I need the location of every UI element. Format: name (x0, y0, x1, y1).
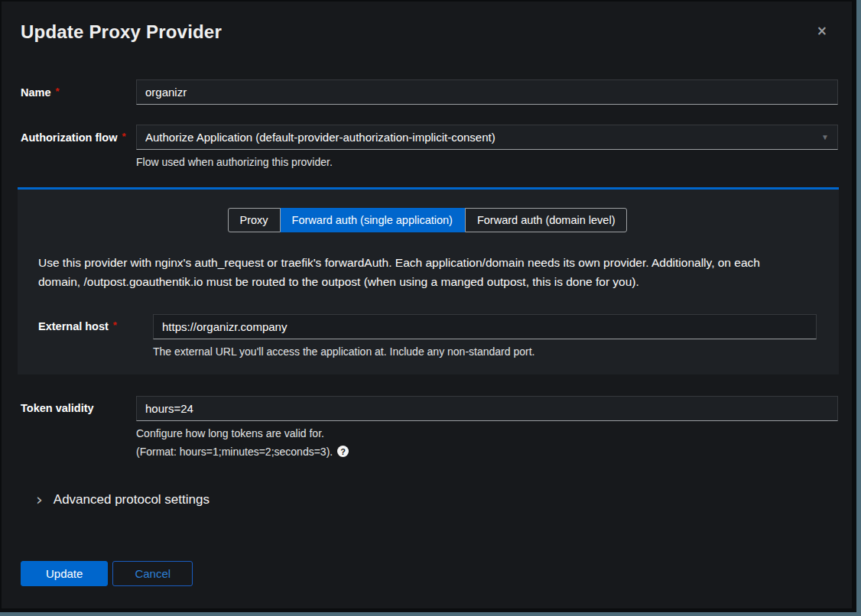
required-asterisk: * (113, 319, 117, 331)
authorization-flow-select[interactable]: Authorize Application (default-provider-… (136, 125, 838, 150)
modal-footer: Update Cancel (21, 561, 838, 586)
name-input[interactable] (136, 79, 838, 105)
name-label: Name* (21, 86, 136, 99)
external-host-input[interactable] (153, 314, 817, 339)
token-validity-help-2: (Format: hours=1;minutes=2;seconds=3). ? (2, 446, 852, 458)
authorization-flow-label: Authorization flow* (21, 131, 136, 144)
required-asterisk: * (56, 86, 60, 97)
authorization-flow-label-text: Authorization flow (21, 131, 117, 144)
external-host-help: The external URL you'll access the appli… (38, 345, 817, 358)
close-icon[interactable]: × (814, 23, 830, 39)
authorization-flow-help: Flow used when authorizing this provider… (2, 156, 852, 168)
mode-description: Use this provider with nginx's auth_requ… (38, 254, 795, 292)
external-host-label-text: External host (38, 320, 109, 332)
caret-down-icon: ▼ (821, 133, 829, 141)
modal-header: Update Proxy Provider × (2, 2, 852, 43)
tab-proxy[interactable]: Proxy (228, 208, 281, 232)
tab-forward-auth-domain[interactable]: Forward auth (domain level) (465, 208, 628, 232)
required-asterisk: * (122, 131, 125, 142)
external-host-row: External host* (38, 314, 817, 339)
tab-forward-auth-single[interactable]: Forward auth (single application) (281, 208, 465, 232)
external-host-label: External host* (38, 320, 153, 332)
cancel-button[interactable]: Cancel (112, 561, 193, 586)
token-validity-format-text: (Format: hours=1;minutes=2;seconds=3). (136, 446, 333, 458)
update-proxy-provider-modal: Update Proxy Provider × Name* Authorizat… (2, 2, 852, 608)
name-label-text: Name (21, 86, 51, 99)
authorization-flow-selected-value: Authorize Application (default-provider-… (145, 131, 495, 144)
chevron-right-icon[interactable]: › (36, 491, 43, 508)
modal-title: Update Proxy Provider (21, 21, 832, 43)
update-button[interactable]: Update (21, 561, 108, 586)
advanced-protocol-settings-toggle[interactable]: › Advanced protocol settings (36, 491, 838, 508)
name-row: Name* (2, 79, 852, 105)
window-frame-right-edge (856, 0, 861, 616)
question-circle-icon[interactable]: ? (337, 446, 349, 457)
authorization-flow-row: Authorization flow* Authorize Applicatio… (2, 125, 852, 150)
advanced-protocol-settings-label: Advanced protocol settings (54, 492, 210, 507)
proxy-mode-card: Proxy Forward auth (single application) … (18, 187, 839, 374)
token-validity-row: Token validity (2, 396, 852, 421)
token-validity-input[interactable] (136, 396, 838, 421)
token-validity-label: Token validity (21, 402, 136, 414)
proxy-mode-toggle-group: Proxy Forward auth (single application) … (38, 208, 817, 232)
window-frame-bottom-edge (0, 612, 861, 616)
token-validity-help-1: Configure how long tokens are valid for. (2, 427, 852, 439)
